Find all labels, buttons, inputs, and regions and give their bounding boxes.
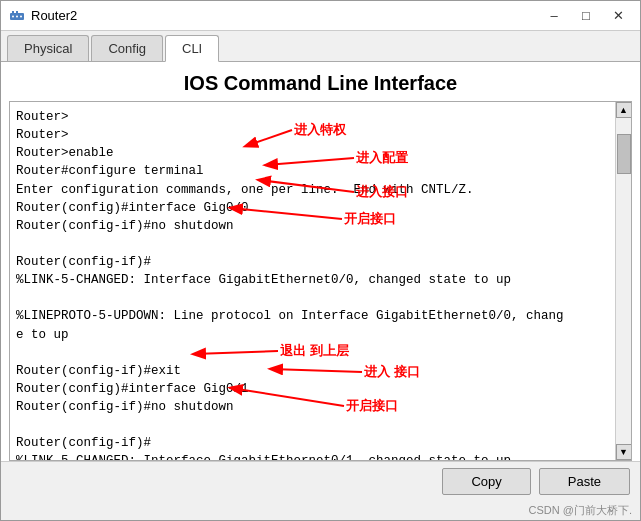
bottom-bar: Copy Paste [1, 461, 640, 501]
line-7: Router(config-if)#no shutdown [16, 217, 609, 235]
svg-point-5 [20, 15, 22, 17]
minimize-button[interactable]: – [540, 5, 568, 27]
line-9: Router(config-if)# [16, 253, 609, 271]
line-17: Router(config-if)#no shutdown [16, 398, 609, 416]
line-6: Router(config)#interface Gig0/0 [16, 199, 609, 217]
main-window: Router2 – □ ✕ Physical Config CLI IOS Co… [0, 0, 641, 521]
close-button[interactable]: ✕ [604, 5, 632, 27]
line-1: Router> [16, 108, 609, 126]
svg-point-3 [12, 15, 14, 17]
line-10: %LINK-5-CHANGED: Interface GigabitEthern… [16, 271, 609, 289]
paste-button[interactable]: Paste [539, 468, 630, 495]
line-12: %LINEPROTO-5-UPDOWN: Line protocol on In… [16, 307, 609, 325]
title-bar-left: Router2 [9, 8, 77, 24]
watermark: CSDN @门前大桥下. [1, 501, 640, 520]
line-5: Enter configuration commands, one per li… [16, 181, 609, 199]
line-19: Router(config-if)# [16, 434, 609, 452]
router-icon [9, 8, 25, 24]
content-area: IOS Command Line Interface Router> Route… [1, 62, 640, 520]
tab-physical[interactable]: Physical [7, 35, 89, 61]
scrollbar[interactable]: ▲ ▼ [615, 102, 631, 460]
line-3: Router>enable [16, 144, 609, 162]
line-16: Router(config)#interface Gig0/1 [16, 380, 609, 398]
window-title: Router2 [31, 8, 77, 23]
line-14 [16, 344, 609, 362]
title-bar: Router2 – □ ✕ [1, 1, 640, 31]
line-13: e to up [16, 326, 609, 344]
maximize-button[interactable]: □ [572, 5, 600, 27]
line-20: %LINK-5-CHANGED: Interface GigabitEthern… [16, 452, 609, 460]
terminal-content: Router> Router> Router>enable Router#con… [16, 108, 609, 460]
svg-rect-2 [16, 11, 18, 13]
scroll-up-arrow[interactable]: ▲ [616, 102, 632, 118]
line-2: Router> [16, 126, 609, 144]
line-18 [16, 416, 609, 434]
window-controls: – □ ✕ [540, 5, 632, 27]
svg-point-4 [16, 15, 18, 17]
tab-config[interactable]: Config [91, 35, 163, 61]
scroll-down-arrow[interactable]: ▼ [616, 444, 632, 460]
terminal[interactable]: Router> Router> Router>enable Router#con… [10, 102, 615, 460]
section-title: IOS Command Line Interface [1, 62, 640, 101]
line-15: Router(config-if)#exit [16, 362, 609, 380]
line-11 [16, 289, 609, 307]
tab-cli[interactable]: CLI [165, 35, 219, 62]
scroll-thumb[interactable] [617, 134, 631, 174]
svg-rect-1 [12, 11, 14, 13]
line-8 [16, 235, 609, 253]
tab-bar: Physical Config CLI [1, 31, 640, 62]
terminal-wrapper: Router> Router> Router>enable Router#con… [9, 101, 632, 461]
copy-button[interactable]: Copy [442, 468, 530, 495]
line-4: Router#configure terminal [16, 162, 609, 180]
